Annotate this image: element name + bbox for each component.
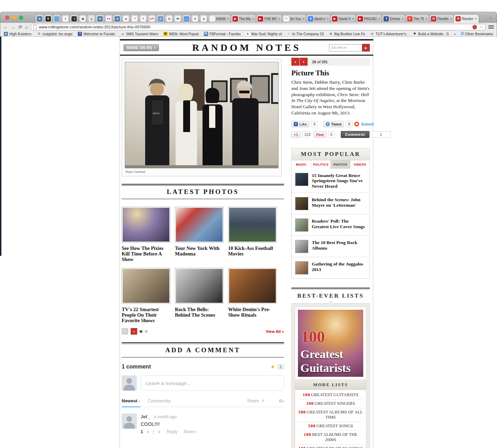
browser-tab[interactable]: a <box>121 14 131 23</box>
browser-tab[interactable]: ☻ <box>113 14 122 23</box>
browser-tab[interactable]: ▶ THE MC × <box>256 14 282 23</box>
most-popular-tab[interactable]: VIDEOS <box>350 160 370 169</box>
search-submit-button[interactable]: ► <box>362 44 370 52</box>
more-on-rs-button[interactable]: MORE ON RS ▾ <box>123 44 159 51</box>
photo-card-title[interactable]: See How The Pixies Kill Time Before A Sh… <box>122 245 170 262</box>
settings-gear-icon[interactable]: ⚙▾ <box>279 398 284 403</box>
browser-tab[interactable] <box>52 14 62 23</box>
browser-tab[interactable]: V The 75 × <box>405 14 430 23</box>
browser-tab[interactable]: ▤ <box>165 14 174 23</box>
browser-tab[interactable]: ✳ <box>139 14 148 23</box>
browser-tab[interactable]: g <box>87 14 96 23</box>
most-popular-tab[interactable]: PHOTOS <box>331 160 350 169</box>
browser-tab[interactable]: ●● <box>104 14 113 23</box>
adblock-icon[interactable] <box>472 25 477 29</box>
tab-close-icon[interactable]: × <box>425 17 428 21</box>
comment-share-button[interactable]: Share › <box>184 429 197 434</box>
most-popular-item[interactable]: Readers' Poll: The Greatest Live Cover S… <box>292 214 369 236</box>
browser-tab[interactable]: f Emma × <box>382 14 405 23</box>
google-plus-one-button[interactable]: +1 <box>291 131 301 138</box>
tab-close-icon[interactable]: × <box>352 17 354 21</box>
tab-close-icon[interactable]: × <box>401 17 403 21</box>
browser-tab[interactable]: 8 david v × <box>306 14 331 23</box>
best-ever-list-link[interactable]: 100BEST ALBUMS OF THE 2000S <box>298 431 363 445</box>
back-icon[interactable]: ← <box>3 25 8 29</box>
pagination-prev-button[interactable]: ‹ <box>291 58 299 66</box>
reply-button[interactable]: Reply <box>167 429 177 434</box>
item-title[interactable]: Readers' Poll: The Greatest Live Cover S… <box>312 218 366 232</box>
item-title[interactable]: Gathering of the Juggalos 2013 <box>312 261 366 274</box>
browser-tab[interactable]: 8 <box>61 14 70 23</box>
bookmark-item[interactable]: a War God: Nights of t <box>246 32 282 36</box>
photo-thumbnail[interactable] <box>175 207 224 243</box>
url-text[interactable]: www.rollingstone.com/random-notes-2013/p… <box>39 25 470 29</box>
best-ever-list-link[interactable]: 500GREATEST SONGS <box>298 422 363 431</box>
tab-close-icon[interactable]: × <box>227 17 229 21</box>
best-ever-list-link[interactable]: 100GREATEST GUITARISTS <box>298 391 363 400</box>
pinterest-button[interactable]: Pinit <box>314 131 326 138</box>
forward-icon[interactable]: → <box>11 25 16 29</box>
bookmark-item[interactable]: fB FBFormat - Faceboo <box>204 32 241 36</box>
tab-close-icon[interactable]: × <box>327 17 329 21</box>
comment-input[interactable] <box>141 375 284 391</box>
tab-close-icon[interactable]: × <box>378 17 380 21</box>
item-title[interactable]: 15 Insanely Great Bruce Springsteen Song… <box>312 173 366 189</box>
photo-card-title[interactable]: TV's 22 Smartest People On Their Favorit… <box>122 307 170 324</box>
photo-thumbnail[interactable] <box>175 268 224 304</box>
star-icon[interactable]: ★ <box>270 364 275 370</box>
carousel-prev-button[interactable]: ‹ <box>122 328 128 335</box>
bookmark-star-icon[interactable]: ☆ <box>479 25 483 30</box>
photo-card-title[interactable]: 10 Kick-Ass Football Movies <box>228 245 277 256</box>
most-popular-item[interactable]: 15 Insanely Great Bruce Springsteen Song… <box>292 169 369 193</box>
browser-tab[interactable]: W <box>173 14 182 23</box>
photo-card-title[interactable]: Rock The Bells: Behind The Scenes <box>175 307 224 318</box>
photo-card-title[interactable]: White Denim's Pre-Show Rituals <box>228 307 277 318</box>
tab-close-icon[interactable]: × <box>302 17 304 21</box>
browser-tab[interactable]: ↗ <box>130 14 139 23</box>
featured-list-image[interactable]: 100 Greatest Guitarists <box>298 310 363 377</box>
window-zoom-button[interactable] <box>19 16 23 20</box>
bookmark-item[interactable]: ☁ SMS Tsunami Warnin <box>120 32 158 36</box>
tab-close-icon[interactable]: × <box>278 17 280 21</box>
bookmark-item[interactable]: ✱ Build a Website - Sq <box>413 32 449 36</box>
photo-thumbnail[interactable] <box>122 207 170 243</box>
browser-tab[interactable]: ▦ <box>78 14 87 23</box>
bookmark-item[interactable]: ☮ craigslist: los angele <box>37 32 73 36</box>
carousel-next-button[interactable]: › <box>131 328 137 335</box>
tab-close-icon[interactable]: × <box>475 17 477 21</box>
browser-tab[interactable]: ▶ The Ma × <box>231 14 256 23</box>
upvote-icon[interactable]: ∧ <box>147 429 150 434</box>
share-button[interactable]: Share ↗ <box>247 398 265 403</box>
comment-timestamp[interactable]: · a month ago <box>151 414 177 419</box>
chrome-menu-icon[interactable] <box>488 25 494 29</box>
bookmark-item[interactable]: ◉ Big Brother Live Fee <box>329 32 365 36</box>
comment-author[interactable]: Jef_ <box>141 414 150 419</box>
comment-button[interactable]: Comment <box>341 131 370 138</box>
best-ever-list-link[interactable]: 100GREATEST BEATLES SONGS <box>298 445 363 448</box>
reload-icon[interactable]: ⟳ <box>18 25 22 29</box>
item-title[interactable]: The 10 Best Prog Rock Albums <box>312 240 366 253</box>
view-all-link[interactable]: View All » <box>266 329 284 334</box>
photo-thumbnail[interactable] <box>228 268 277 304</box>
browser-tab[interactable]: n <box>156 14 165 23</box>
browser-tab[interactable]: ☻ <box>35 14 44 23</box>
most-popular-item[interactable]: Behind the Scenes: John Mayer on 'Letter… <box>292 193 369 214</box>
bookmark-item[interactable]: ≈ In The Company Of t <box>287 32 323 36</box>
best-ever-list-link[interactable]: 100GREATEST SINGERS <box>298 400 363 408</box>
browser-tab[interactable]: fi <box>44 14 53 23</box>
tab-close-icon[interactable]: × <box>450 17 452 21</box>
downvote-icon[interactable]: ∨ <box>158 429 161 434</box>
reddit-submit-button[interactable]: Submit <box>354 122 374 127</box>
item-title[interactable]: Behind the Scenes: John Mayer on 'Letter… <box>312 197 366 210</box>
most-popular-tab[interactable]: POLITICS <box>311 160 331 169</box>
carousel-dot[interactable] <box>145 330 148 333</box>
most-popular-item[interactable]: Gathering of the Juggalos 2013 <box>292 257 369 278</box>
bookmark-item[interactable]: f Welcome to Faceboo <box>78 32 115 36</box>
best-ever-list-link[interactable]: 500GREATEST ALBUMS OF ALL TIME <box>298 408 363 422</box>
browser-tab[interactable]: ▶ PROJEC × <box>356 14 382 23</box>
browser-tab[interactable]: ◑ <box>69 14 79 23</box>
carousel-dot[interactable] <box>140 330 142 333</box>
browser-tab[interactable]: a <box>199 14 208 23</box>
browser-tab[interactable]: ▶ David V × <box>330 14 356 23</box>
photo-card-title[interactable]: Tour New York With Madonna <box>175 245 224 256</box>
